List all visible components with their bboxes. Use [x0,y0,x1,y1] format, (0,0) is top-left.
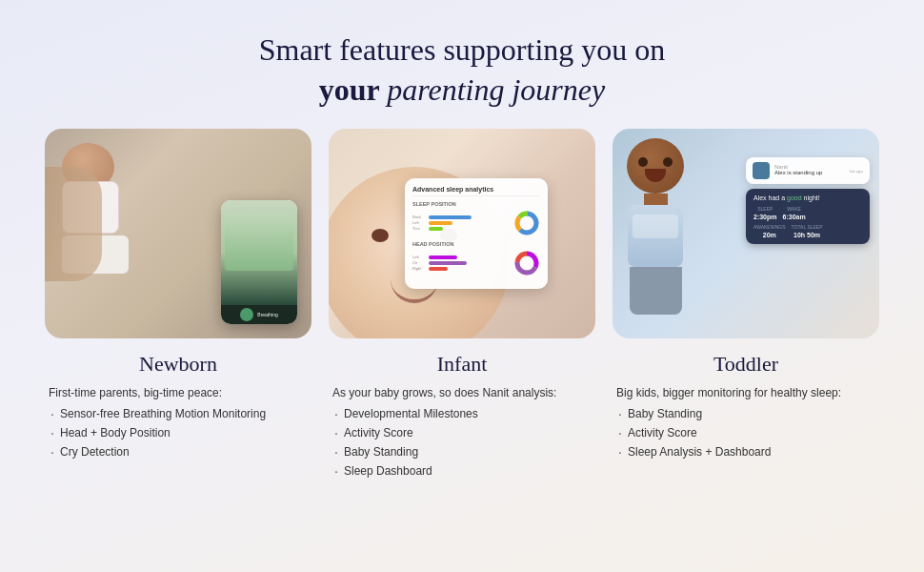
bullet-breathing: Sensor-free Breathing Motion Monitoring [49,405,308,422]
newborn-card: 2:45 • 30 minutes ago Breathing Newborn … [45,129,311,481]
wake-value: 6:30am [783,214,806,220]
infant-bullets: Developmental Milestones Activity Score … [332,405,592,480]
title-your: your [319,72,387,107]
analytics-title: Advanced sleep analytics [412,186,540,196]
page-title: Smart features supporting you on your pa… [259,31,666,110]
bullet-activity-score: Activity Score [616,424,875,441]
newborn-bg: 2:45 • 30 minutes ago Breathing [45,129,311,338]
head-bars: Left Ctr Right [412,255,510,272]
bullet-milestones: Developmental Milestones [332,405,592,422]
head-bar-center: Ctr [412,260,510,265]
bar-back: Back [412,214,510,219]
wake-label: WAKE [783,206,806,212]
stats-sleep-wake: SLEEP 2:30pm WAKE 6:30am [753,206,862,220]
head-label-right: Right [412,266,427,271]
stats-msg-1: Alex had a [753,194,785,201]
head-bar-right: Right [412,266,510,271]
head-donut [513,250,540,276]
stats-card: Alex had a good night! SLEEP 2:30pm WAKE [746,189,870,244]
stats-message: Alex had a good night! [753,194,862,201]
bullet-baby-standing: Baby Standing [616,405,875,422]
bullet-sleep-analysis: Sleep Analysis + Dashboard [616,443,875,460]
title-line1: Smart features supporting you on [259,32,666,67]
sleep-label: SLEEP [753,206,777,212]
bar-tummy-fill [429,227,443,231]
bar-left-fill [429,221,452,225]
nanit-icon [753,162,770,179]
infant-bg: Advanced sleep analytics SLEEP POSITION … [329,129,595,338]
bullet-activity: Activity Score [332,424,592,441]
bullet-standing: Baby Standing [332,443,592,460]
sleep-pos-row: Back Left Tum [412,210,540,236]
newborn-description: First-time parents, big-time peace: Sens… [45,384,311,462]
sleep-value: 2:30pm [753,214,777,220]
awakenings-label: AWAKENINGS [753,224,786,230]
bar-label-left: Left [412,220,427,225]
stat-awakenings: AWAKENINGS 20m [753,224,786,238]
notif-message: Alex is standing up [774,170,822,177]
sleep-pos-label: SLEEP POSITION [412,201,540,207]
newborn-intro: First-time parents, big-time peace: [49,384,308,401]
sleep-bars: Back Left Tum [412,214,510,232]
adult-hand [45,167,102,281]
status-dot [240,308,253,321]
notification-bar: Nanit Alex is standing up 1m ago [746,157,870,184]
toddler-figure [627,138,684,315]
toddler-description: Big kids, bigger monitoring for healthy … [613,384,879,462]
toddler-bg: Nanit Alex is standing up 1m ago Alex ha… [613,129,879,338]
bar-left: Left [412,220,510,225]
phone-overlay: 2:45 • 30 minutes ago Breathing [221,200,297,324]
infant-title: Infant [437,352,488,377]
infant-image: Advanced sleep analytics SLEEP POSITION … [329,129,595,338]
stats-extra: AWAKENINGS 20m TOTAL SLEEP 10h 50m [753,224,862,238]
newborn-image: 2:45 • 30 minutes ago Breathing [45,129,311,338]
awakenings-value: 20m [753,232,786,238]
stat-wake: WAKE 6:30am [783,206,806,220]
stat-total-sleep: TOTAL SLEEP 10h 50m [792,224,823,238]
stats-highlight: good [787,194,802,201]
head-label-left: Left [412,255,427,259]
notif-time: 1m ago [849,169,863,174]
head-label-center: Ctr [412,260,427,265]
total-sleep-value: 10h 50m [792,232,823,238]
cards-container: 2:45 • 30 minutes ago Breathing Newborn … [16,129,908,481]
bar-label-back: Back [412,214,427,219]
page-header: Smart features supporting you on your pa… [240,0,685,129]
analytics-overlay: Advanced sleep analytics SLEEP POSITION … [405,178,548,289]
sleep-donut [513,210,540,236]
toddler-bullets: Baby Standing Activity Score Sleep Analy… [616,405,875,460]
toddler-intro: Big kids, bigger monitoring for healthy … [616,384,875,401]
phone-status: Breathing [257,312,277,317]
head-pos-label: HEAD POSITION [412,241,540,247]
bullet-cry-detection: Cry Detection [49,443,308,460]
infant-description: As your baby grows, so does Nanit analys… [329,384,595,481]
analytics-sleep: SLEEP POSITION Back Left [412,201,540,236]
bullet-dashboard: Sleep Dashboard [332,462,592,480]
stats-msg-2: night! [804,194,820,201]
bar-tummy: Tum [412,226,510,231]
newborn-bullets: Sensor-free Breathing Motion Monitoring … [49,405,308,460]
head-bar-left-fill [429,255,457,259]
toddler-image: Nanit Alex is standing up 1m ago Alex ha… [613,129,879,338]
head-bar-left: Left [412,255,510,259]
newborn-title: Newborn [139,352,217,377]
phone-screen [221,200,297,305]
stat-sleep: SLEEP 2:30pm [753,206,777,220]
title-italic: parenting journey [387,72,605,107]
toddler-card: Nanit Alex is standing up 1m ago Alex ha… [613,129,879,481]
total-sleep-label: TOTAL SLEEP [792,224,823,230]
bar-label-tummy: Tum [412,226,427,231]
toddler-title: Toddler [713,352,778,377]
analytics-head: HEAD POSITION Left Ctr [412,241,540,276]
notif-content: Nanit Alex is standing up [774,164,822,177]
bar-back-fill [429,215,472,219]
infant-intro: As your baby grows, so does Nanit analys… [332,384,592,401]
toddler-notification: Nanit Alex is standing up 1m ago Alex ha… [746,157,870,244]
head-pos-row: Left Ctr Right [412,250,540,276]
head-bar-center-fill [429,261,467,265]
head-bar-right-fill [429,267,448,271]
infant-card: Advanced sleep analytics SLEEP POSITION … [329,129,595,481]
bullet-head-position: Head + Body Position [49,424,308,441]
phone-bottom: Breathing [221,305,297,324]
